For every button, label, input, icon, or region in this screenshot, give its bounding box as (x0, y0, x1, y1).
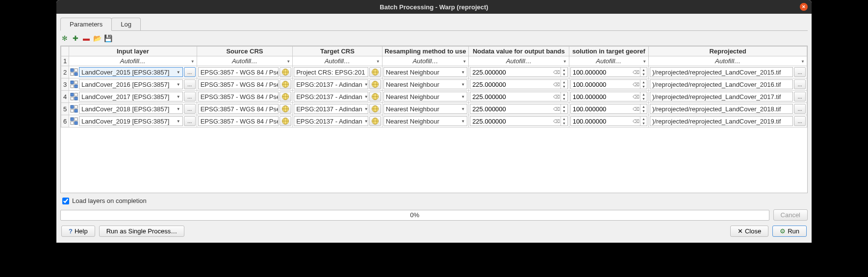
resampling-select[interactable]: Nearest Neighbour▼ (383, 104, 467, 114)
autofill-resampling[interactable]: Autofill…▼ (382, 56, 468, 66)
target-crs-select[interactable]: Project CRS: EPSG:201▼ (294, 67, 368, 77)
autofill-input[interactable]: Autofill…▼ (69, 56, 197, 66)
nodata-field[interactable] (470, 105, 553, 113)
load-layers-checkbox[interactable] (62, 198, 69, 204)
reprojected-output[interactable]: )/reprojected/reprojected_LandCover_2015… (650, 67, 793, 77)
input-layer-select[interactable]: LandCover_2017 [EPSG:3857]▼ (79, 92, 183, 101)
clear-icon[interactable]: ⌫ (632, 70, 640, 75)
close-button[interactable]: ✕Close (730, 226, 768, 237)
col-resampling[interactable]: Resampling method to use (382, 47, 468, 56)
resolution-input[interactable]: ⌫▲▼ (570, 92, 647, 101)
autofill-target[interactable]: Autofill…▼ (293, 56, 382, 66)
tab-parameters[interactable]: Parameters (60, 18, 112, 31)
clear-icon[interactable]: ⌫ (632, 94, 640, 100)
nodata-field[interactable] (470, 69, 553, 76)
clear-icon[interactable]: ⌫ (632, 119, 640, 124)
reprojected-browse-button[interactable]: ... (794, 79, 806, 89)
run-button[interactable]: ⚙Run (772, 226, 807, 237)
source-crs-picker-button[interactable] (280, 116, 291, 126)
help-button[interactable]: ?Help (61, 226, 95, 237)
add-row-icon[interactable]: ✚ (71, 34, 80, 43)
input-layer-select[interactable]: LandCover_2019 [EPSG:3857]▼ (79, 116, 183, 126)
spin-down-icon[interactable]: ▼ (640, 121, 647, 126)
input-layer-browse-button[interactable]: ... (184, 116, 196, 126)
target-crs-picker-button[interactable] (369, 79, 381, 89)
save-icon[interactable]: 💾 (103, 34, 112, 43)
source-crs-select[interactable]: EPSG:3857 - WGS 84 / Pse▼ (198, 67, 279, 77)
settings-icon[interactable]: ✻ (60, 34, 69, 43)
nodata-input[interactable]: ⌫▲▼ (470, 104, 568, 114)
input-layer-browse-button[interactable]: ... (184, 104, 196, 114)
target-crs-select[interactable]: EPSG:20137 - Adindan▼ (294, 116, 368, 126)
autofill-nodata[interactable]: Autofill…▼ (469, 56, 569, 66)
col-nodata[interactable]: Nodata value for output bands (469, 47, 569, 56)
resolution-field[interactable] (571, 105, 632, 113)
spin-down-icon[interactable]: ▼ (640, 84, 647, 89)
nodata-field[interactable] (470, 118, 553, 125)
remove-row-icon[interactable]: ▬ (82, 34, 91, 43)
reprojected-browse-button[interactable]: ... (794, 67, 806, 77)
nodata-input[interactable]: ⌫▲▼ (470, 116, 568, 126)
source-crs-select[interactable]: EPSG:3857 - WGS 84 / Pse▼ (198, 104, 279, 114)
target-crs-picker-button[interactable] (369, 67, 381, 77)
input-layer-select[interactable]: LandCover_2015 [EPSG:3857]▼ (79, 67, 183, 77)
resolution-input[interactable]: ⌫▲▼ (570, 79, 647, 89)
clear-icon[interactable]: ⌫ (553, 94, 561, 100)
target-crs-select[interactable]: EPSG:20137 - Adindan▼ (294, 104, 368, 114)
nodata-field[interactable] (470, 81, 553, 88)
resolution-field[interactable] (571, 93, 632, 101)
reprojected-browse-button[interactable]: ... (794, 116, 806, 126)
target-crs-picker-button[interactable] (369, 104, 381, 114)
clear-icon[interactable]: ⌫ (632, 82, 640, 87)
spin-up-icon[interactable]: ▲ (561, 68, 567, 72)
clear-icon[interactable]: ⌫ (553, 82, 561, 87)
input-layer-browse-button[interactable]: ... (184, 92, 196, 101)
source-crs-select[interactable]: EPSG:3857 - WGS 84 / Pse▼ (198, 116, 279, 126)
spin-up-icon[interactable]: ▲ (561, 80, 567, 84)
reprojected-browse-button[interactable]: ... (794, 92, 806, 101)
spin-down-icon[interactable]: ▼ (640, 109, 647, 113)
reprojected-output[interactable]: )/reprojected/reprojected_LandCover_2016… (650, 79, 793, 89)
reprojected-output[interactable]: )/reprojected/reprojected_LandCover_2019… (650, 116, 793, 126)
source-crs-select[interactable]: EPSG:3857 - WGS 84 / Pse▼ (198, 92, 279, 101)
clear-icon[interactable]: ⌫ (632, 106, 640, 112)
spin-up-icon[interactable]: ▲ (640, 68, 647, 72)
source-crs-picker-button[interactable] (280, 92, 291, 101)
reprojected-browse-button[interactable]: ... (794, 104, 806, 114)
spin-up-icon[interactable]: ▲ (561, 92, 567, 97)
run-single-button[interactable]: Run as Single Process… (99, 226, 185, 237)
col-source-crs[interactable]: Source CRS (197, 47, 293, 56)
cancel-button[interactable]: Cancel (773, 209, 808, 221)
input-layer-select[interactable]: LandCover_2018 [EPSG:3857]▼ (79, 104, 183, 114)
col-target-crs[interactable]: Target CRS (293, 47, 382, 56)
col-reprojected[interactable]: Reprojected (649, 47, 807, 56)
resolution-field[interactable] (571, 81, 632, 88)
spin-up-icon[interactable]: ▲ (561, 104, 567, 109)
resolution-input[interactable]: ⌫▲▼ (570, 104, 647, 114)
source-crs-select[interactable]: EPSG:3857 - WGS 84 / Pse▼ (198, 79, 279, 89)
nodata-input[interactable]: ⌫▲▼ (470, 67, 568, 77)
resolution-input[interactable]: ⌫▲▼ (570, 116, 647, 126)
source-crs-picker-button[interactable] (280, 67, 291, 77)
autofill-source[interactable]: Autofill…▼ (197, 56, 293, 66)
spin-down-icon[interactable]: ▼ (640, 72, 647, 76)
target-crs-picker-button[interactable] (369, 92, 381, 101)
nodata-input[interactable]: ⌫▲▼ (470, 79, 568, 89)
target-crs-select[interactable]: EPSG:20137 - Adindan▼ (294, 79, 368, 89)
source-crs-picker-button[interactable] (280, 79, 291, 89)
resolution-input[interactable]: ⌫▲▼ (570, 67, 647, 77)
spin-down-icon[interactable]: ▼ (561, 84, 567, 89)
open-icon[interactable]: 📂 (93, 34, 102, 43)
input-layer-browse-button[interactable]: ... (184, 67, 196, 77)
resolution-field[interactable] (571, 118, 632, 125)
target-crs-picker-button[interactable] (369, 116, 381, 126)
col-input-layer[interactable]: Input layer (69, 47, 197, 56)
spin-up-icon[interactable]: ▲ (640, 92, 647, 97)
reprojected-output[interactable]: )/reprojected/reprojected_LandCover_2018… (650, 104, 793, 114)
reprojected-output[interactable]: )/reprojected/reprojected_LandCover_2017… (650, 92, 793, 101)
resampling-select[interactable]: Nearest Neighbour▼ (383, 92, 467, 101)
spin-up-icon[interactable]: ▲ (561, 117, 567, 121)
col-resolution[interactable]: solution in target georef (569, 47, 648, 56)
spin-down-icon[interactable]: ▼ (561, 109, 567, 113)
input-layer-select[interactable]: LandCover_2016 [EPSG:3857]▼ (79, 79, 183, 89)
